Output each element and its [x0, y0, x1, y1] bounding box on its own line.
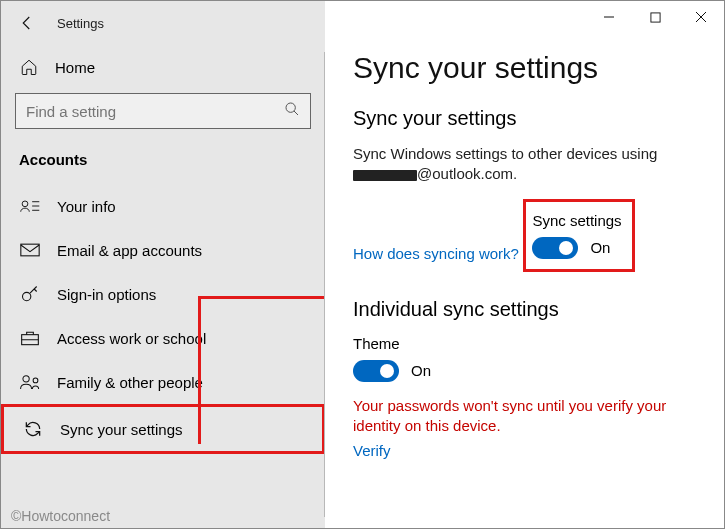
password-warning: Your passwords won't sync until you veri…	[353, 396, 704, 437]
home-label: Home	[55, 59, 95, 76]
sync-toggle[interactable]	[532, 237, 578, 259]
sync-icon	[22, 419, 44, 439]
sidebar-item-family[interactable]: Family & other people	[1, 360, 325, 404]
sidebar-item-label: Your info	[57, 198, 116, 215]
sidebar-item-label: Family & other people	[57, 374, 203, 391]
sidebar-item-label: Email & app accounts	[57, 242, 202, 259]
theme-toggle-label: Theme	[353, 335, 704, 352]
theme-toggle-state: On	[411, 362, 431, 379]
main-panel: Sync your settings Sync your settings Sy…	[325, 1, 724, 528]
svg-rect-2	[21, 244, 39, 256]
mail-icon	[19, 240, 41, 260]
sidebar: Settings Home Accounts Your info E	[1, 1, 325, 528]
watermark: ©Howtoconnect	[11, 508, 110, 524]
person-badge-icon	[19, 196, 41, 216]
back-icon[interactable]	[17, 13, 37, 33]
page-title: Sync your settings	[353, 51, 704, 85]
verify-link[interactable]: Verify	[353, 442, 391, 459]
sidebar-item-label: Sign-in options	[57, 286, 156, 303]
window-controls	[586, 1, 724, 33]
svg-point-0	[286, 103, 295, 112]
search-input[interactable]	[26, 103, 245, 120]
home-nav[interactable]: Home	[1, 49, 325, 87]
maximize-button[interactable]	[632, 1, 678, 33]
window-title: Settings	[57, 16, 104, 31]
redacted-username	[353, 170, 417, 181]
sidebar-item-work-school[interactable]: Access work or school	[1, 316, 325, 360]
sidebar-item-label: Access work or school	[57, 330, 206, 347]
annotation-line	[198, 296, 201, 444]
minimize-button[interactable]	[586, 1, 632, 33]
section-sync-heading: Sync your settings	[353, 107, 704, 130]
sidebar-item-signin[interactable]: Sign-in options	[1, 272, 325, 316]
svg-point-5	[23, 376, 29, 382]
sync-toggle-label: Sync settings	[532, 212, 621, 229]
sidebar-item-email[interactable]: Email & app accounts	[1, 228, 325, 272]
home-icon	[19, 57, 39, 77]
settings-window: Settings Home Accounts Your info E	[0, 0, 725, 529]
people-icon	[19, 372, 41, 392]
svg-point-1	[22, 201, 28, 207]
sync-toggle-state: On	[590, 239, 610, 256]
sidebar-item-sync[interactable]: Sync your settings	[1, 404, 325, 454]
theme-toggle[interactable]	[353, 360, 399, 382]
search-icon	[284, 101, 300, 121]
section-individual-heading: Individual sync settings	[353, 298, 704, 321]
key-icon	[19, 284, 41, 304]
sync-email-suffix: @outlook.com.	[417, 165, 517, 182]
briefcase-icon	[19, 328, 41, 348]
annotation-highlight: Sync settings On	[523, 199, 634, 272]
help-link[interactable]: How does syncing work?	[353, 245, 519, 262]
svg-rect-7	[650, 12, 659, 21]
section-heading: Accounts	[1, 147, 325, 184]
sidebar-item-your-info[interactable]: Your info	[1, 184, 325, 228]
sync-description: Sync Windows settings to other devices u…	[353, 144, 704, 185]
sidebar-item-label: Sync your settings	[60, 421, 183, 438]
sync-desc-text: Sync Windows settings to other devices u…	[353, 145, 657, 162]
close-button[interactable]	[678, 1, 724, 33]
svg-point-3	[23, 292, 31, 300]
svg-point-6	[33, 378, 38, 383]
search-box[interactable]	[15, 93, 311, 129]
